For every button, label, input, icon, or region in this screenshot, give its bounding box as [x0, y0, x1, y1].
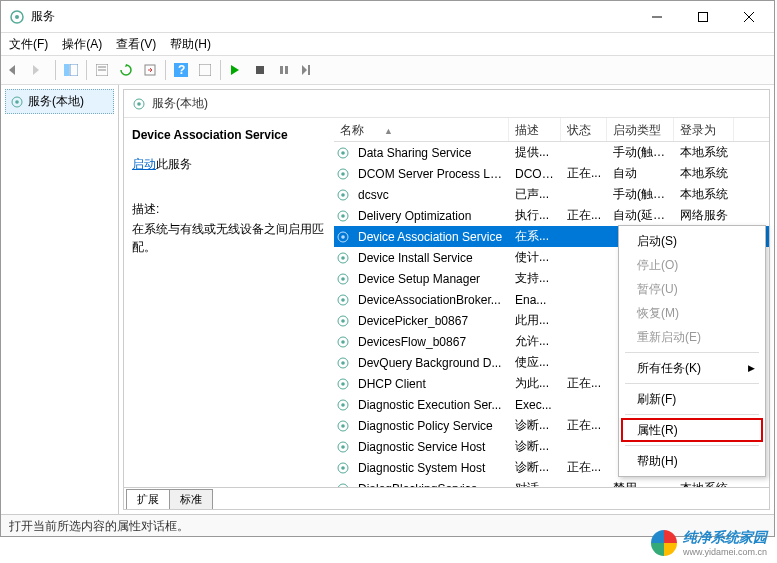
- cell-desc: 使计...: [509, 249, 561, 266]
- cell-name: Diagnostic Service Host: [352, 440, 509, 454]
- service-row[interactable]: DCOM Server Process La...DCOM...正在...自动本…: [334, 163, 769, 184]
- svg-rect-18: [308, 65, 310, 75]
- ctx-help[interactable]: 帮助(H): [621, 449, 763, 473]
- gear-icon: [336, 440, 350, 454]
- refresh-button[interactable]: [115, 59, 137, 81]
- cell-name: Delivery Optimization: [352, 209, 509, 223]
- tree-panel: 服务(本地): [1, 85, 119, 514]
- svg-point-46: [341, 382, 345, 386]
- cell-desc: 对话...: [509, 480, 561, 487]
- menu-help[interactable]: 帮助(H): [170, 36, 211, 53]
- cell-name: Diagnostic System Host: [352, 461, 509, 475]
- start-line: 启动此服务: [132, 156, 326, 173]
- cell-desc: 在系...: [509, 228, 561, 245]
- svg-point-40: [341, 319, 345, 323]
- ctx-refresh[interactable]: 刷新(F): [621, 387, 763, 411]
- col-desc[interactable]: 描述: [509, 118, 561, 141]
- export-button[interactable]: [139, 59, 161, 81]
- tab-extended[interactable]: 扩展: [126, 489, 170, 509]
- services-icon: [9, 9, 25, 25]
- gear-icon: [336, 314, 350, 328]
- maximize-button[interactable]: [680, 2, 726, 32]
- svg-point-48: [341, 403, 345, 407]
- service-row[interactable]: Data Sharing Service提供...手动(触发...本地系统: [334, 142, 769, 163]
- menu-action[interactable]: 操作(A): [62, 36, 102, 53]
- svg-rect-17: [285, 66, 288, 74]
- detail-header: 服务(本地): [124, 90, 769, 118]
- back-button[interactable]: [5, 59, 27, 81]
- cell-name: DevQuery Background D...: [352, 356, 509, 370]
- gear-icon: [336, 293, 350, 307]
- stop-service-button[interactable]: [249, 59, 271, 81]
- svg-rect-15: [256, 66, 264, 74]
- cell-name: Diagnostic Execution Ser...: [352, 398, 509, 412]
- menu-view[interactable]: 查看(V): [116, 36, 156, 53]
- ctx-restart: 重新启动(E): [621, 325, 763, 349]
- gear-icon: [336, 272, 350, 286]
- column-headers: 名称▲ 描述 状态 启动类型 登录为: [334, 118, 769, 142]
- tab-standard[interactable]: 标准: [169, 489, 213, 509]
- cell-desc: 诊断...: [509, 438, 561, 455]
- forward-button[interactable]: [29, 59, 51, 81]
- svg-point-26: [341, 172, 345, 176]
- menu-file[interactable]: 文件(F): [9, 36, 48, 53]
- info-button[interactable]: [194, 59, 216, 81]
- minimize-button[interactable]: [634, 2, 680, 32]
- close-button[interactable]: [726, 2, 772, 32]
- cell-logon: 网络服务: [674, 207, 734, 224]
- cell-name: dcsvc: [352, 188, 509, 202]
- cell-name: Diagnostic Policy Service: [352, 419, 509, 433]
- service-row[interactable]: DialogBlockingService对话...禁用本地系统: [334, 478, 769, 487]
- ctx-pause: 暂停(U): [621, 277, 763, 301]
- cell-name: DevicesFlow_b0867: [352, 335, 509, 349]
- pause-service-button[interactable]: [273, 59, 295, 81]
- tree-item-services-local[interactable]: 服务(本地): [5, 89, 114, 114]
- col-state[interactable]: 状态: [561, 118, 607, 141]
- chevron-right-icon: ▶: [748, 363, 755, 373]
- cell-desc: 提供...: [509, 144, 561, 161]
- svg-point-54: [341, 466, 345, 470]
- gear-icon: [336, 188, 350, 202]
- svg-point-38: [341, 298, 345, 302]
- svg-point-1: [15, 15, 19, 19]
- cell-start: 手动(触发...: [607, 144, 674, 161]
- cell-name: DialogBlockingService: [352, 482, 509, 488]
- col-logon[interactable]: 登录为: [674, 118, 734, 141]
- help-button[interactable]: ?: [170, 59, 192, 81]
- cell-name: DevicePicker_b0867: [352, 314, 509, 328]
- ctx-resume: 恢复(M): [621, 301, 763, 325]
- menubar: 文件(F) 操作(A) 查看(V) 帮助(H): [1, 33, 774, 55]
- ctx-start[interactable]: 启动(S): [621, 229, 763, 253]
- sort-asc-icon: ▲: [384, 126, 393, 136]
- watermark: 纯净系统家园 www.yidamei.com.cn: [651, 529, 767, 557]
- start-service-button[interactable]: [225, 59, 247, 81]
- tree-item-label: 服务(本地): [28, 93, 84, 110]
- col-name[interactable]: 名称▲: [334, 118, 509, 141]
- cell-state: 正在...: [561, 375, 607, 392]
- col-start[interactable]: 启动类型: [607, 118, 674, 141]
- properties-button[interactable]: [91, 59, 113, 81]
- svg-point-20: [15, 100, 19, 104]
- show-hide-button[interactable]: [60, 59, 82, 81]
- svg-point-28: [341, 193, 345, 197]
- svg-rect-6: [64, 64, 69, 76]
- ctx-stop: 停止(O): [621, 253, 763, 277]
- gear-icon: [336, 377, 350, 391]
- start-link[interactable]: 启动: [132, 157, 156, 171]
- gear-icon: [336, 251, 350, 265]
- service-row[interactable]: Delivery Optimization执行...正在...自动(延迟...网…: [334, 205, 769, 226]
- svg-point-36: [341, 277, 345, 281]
- desc-text: 在系统与有线或无线设备之间启用匹配。: [132, 220, 326, 256]
- svg-point-44: [341, 361, 345, 365]
- ctx-alltasks[interactable]: 所有任务(K)▶: [621, 356, 763, 380]
- cell-name: Data Sharing Service: [352, 146, 509, 160]
- svg-point-22: [137, 102, 141, 106]
- watermark-icon: [651, 530, 677, 556]
- service-row[interactable]: dcsvc已声...手动(触发...本地系统: [334, 184, 769, 205]
- cell-name: DeviceAssociationBroker...: [352, 293, 509, 307]
- restart-service-button[interactable]: [297, 59, 319, 81]
- gear-icon: [336, 167, 350, 181]
- watermark-url: www.yidamei.com.cn: [683, 547, 767, 557]
- cell-start: 禁用: [607, 480, 674, 487]
- ctx-properties[interactable]: 属性(R): [621, 418, 763, 442]
